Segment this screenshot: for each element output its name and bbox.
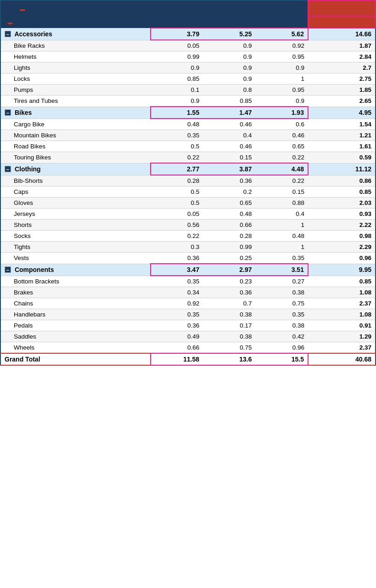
detail-2017-value: 0.9 <box>256 96 308 107</box>
collapse-icon[interactable]: − <box>5 166 11 172</box>
detail-2016-value: 0.9 <box>203 62 255 74</box>
group-label: − Accessories <box>0 28 151 40</box>
detail-grand-total: 0.98 <box>308 231 376 242</box>
detail-2015-value: 0.49 <box>151 331 203 342</box>
detail-2015-value: 0.48 <box>151 119 203 130</box>
detail-label: Bottom Brackets <box>0 276 151 287</box>
column-sort-button[interactable] <box>20 9 25 11</box>
detail-row: Pumps 0.1 0.8 0.95 1.85 <box>0 85 376 96</box>
detail-2015-value: 0.05 <box>151 209 203 220</box>
detail-row: Vests 0.36 0.25 0.35 0.96 <box>0 253 376 264</box>
detail-row: Tights 0.3 0.99 1 2.29 <box>0 242 376 253</box>
detail-2016-value: 0.25 <box>203 253 255 264</box>
group-2016-value: 2.97 <box>203 264 255 276</box>
detail-row: Bottom Brackets 0.35 0.23 0.27 0.85 <box>0 276 376 287</box>
detail-2016-value: 0.9 <box>203 40 255 51</box>
detail-2017-value: 0.4 <box>256 209 308 220</box>
detail-row: Shorts 0.56 0.66 1 2.22 <box>0 220 376 231</box>
detail-grand-total: 2.84 <box>308 51 376 62</box>
detail-grand-total: 2.03 <box>308 198 376 209</box>
pivot-table: − Accessories 3.79 5.25 5.62 14.66 Bike … <box>0 0 376 366</box>
detail-label: Wheels <box>0 342 151 354</box>
detail-2016-value: 0.65 <box>203 198 255 209</box>
group-2016-value: 1.47 <box>203 107 255 119</box>
collapse-icon[interactable]: − <box>5 31 11 37</box>
detail-grand-total: 2.75 <box>308 74 376 85</box>
detail-label: Chains <box>0 298 151 309</box>
detail-2016-value: 0.17 <box>203 320 255 331</box>
detail-2017-value: 0.35 <box>256 309 308 320</box>
detail-label: Helmets <box>0 51 151 62</box>
detail-grand-total: 1.21 <box>308 130 376 141</box>
group-grand-total: 9.95 <box>308 264 376 276</box>
group-2015-value: 2.77 <box>151 163 203 175</box>
detail-grand-total: 1.87 <box>308 40 376 51</box>
collapse-icon[interactable]: − <box>5 109 11 116</box>
detail-label: Gloves <box>0 198 151 209</box>
detail-grand-total: 0.93 <box>308 209 376 220</box>
detail-grand-total: 1.61 <box>308 141 376 152</box>
detail-2017-value: 0.38 <box>256 320 308 331</box>
group-2017-value: 5.62 <box>256 28 308 40</box>
detail-grand-total: 1.54 <box>308 119 376 130</box>
collapse-icon[interactable]: − <box>5 266 11 273</box>
detail-row: Gloves 0.5 0.65 0.88 2.03 <box>0 198 376 209</box>
detail-grand-total: 2.29 <box>308 242 376 253</box>
detail-2017-value: 0.95 <box>256 51 308 62</box>
detail-row: Socks 0.22 0.28 0.48 0.98 <box>0 231 376 242</box>
detail-label: Pumps <box>0 85 151 96</box>
detail-2017-value: 0.9 <box>256 62 308 74</box>
detail-2017-value: 0.22 <box>256 152 308 164</box>
detail-label: Bike Racks <box>0 40 151 51</box>
detail-2016-value: 0.36 <box>203 175 255 187</box>
years-header-spacer <box>151 0 308 16</box>
detail-label: Lights <box>0 62 151 74</box>
group-row: − Bikes 1.55 1.47 1.93 4.95 <box>0 107 376 119</box>
detail-2016-value: 0.15 <box>203 152 255 164</box>
detail-2016-value: 0.46 <box>203 141 255 152</box>
detail-row: Helmets 0.99 0.9 0.95 2.84 <box>0 51 376 62</box>
group-label: − Clothing <box>0 163 151 175</box>
detail-2015-value: 0.9 <box>151 62 203 74</box>
year-2016-header <box>203 16 255 28</box>
grand-total-2017: 15.5 <box>256 353 308 365</box>
detail-label: Brakes <box>0 287 151 298</box>
detail-label: Handlebars <box>0 309 151 320</box>
detail-grand-total: 2.22 <box>308 220 376 231</box>
detail-2016-value: 0.38 <box>203 331 255 342</box>
detail-label: Bib-Shorts <box>0 175 151 187</box>
row-sort-button[interactable] <box>7 23 13 24</box>
detail-2016-value: 0.23 <box>203 276 255 287</box>
detail-2017-value: 0.92 <box>256 40 308 51</box>
detail-grand-total: 1.85 <box>308 85 376 96</box>
detail-grand-total: 2.37 <box>308 342 376 354</box>
detail-2016-value: 0.36 <box>203 287 255 298</box>
detail-2015-value: 0.34 <box>151 287 203 298</box>
detail-row: Bib-Shorts 0.28 0.36 0.22 0.86 <box>0 175 376 187</box>
detail-2017-value: 0.38 <box>256 287 308 298</box>
detail-2015-value: 0.85 <box>151 74 203 85</box>
detail-label: Tires and Tubes <box>0 96 151 107</box>
group-2015-value: 3.79 <box>151 28 203 40</box>
header-top-row <box>0 0 376 16</box>
detail-label: Cargo Bike <box>0 119 151 130</box>
detail-2016-value: 0.75 <box>203 342 255 354</box>
detail-2017-value: 1 <box>256 242 308 253</box>
detail-row: Brakes 0.34 0.36 0.38 1.08 <box>0 287 376 298</box>
detail-2015-value: 0.36 <box>151 253 203 264</box>
detail-label: Shorts <box>0 220 151 231</box>
detail-2016-value: 0.66 <box>203 220 255 231</box>
detail-label: Jerseys <box>0 209 151 220</box>
detail-2015-value: 0.1 <box>151 85 203 96</box>
group-label: − Components <box>0 264 151 276</box>
detail-label: Vests <box>0 253 151 264</box>
detail-2017-value: 0.96 <box>256 342 308 354</box>
detail-row: Bike Racks 0.05 0.9 0.92 1.87 <box>0 40 376 51</box>
year-2017-header <box>256 16 308 28</box>
group-2016-value: 5.25 <box>203 28 255 40</box>
detail-2015-value: 0.35 <box>151 130 203 141</box>
group-2017-value: 4.48 <box>256 163 308 175</box>
detail-grand-total: 0.85 <box>308 276 376 287</box>
grand-total-label-cell: Grand Total <box>0 353 151 365</box>
detail-row: Mountain Bikes 0.35 0.4 0.46 1.21 <box>0 130 376 141</box>
